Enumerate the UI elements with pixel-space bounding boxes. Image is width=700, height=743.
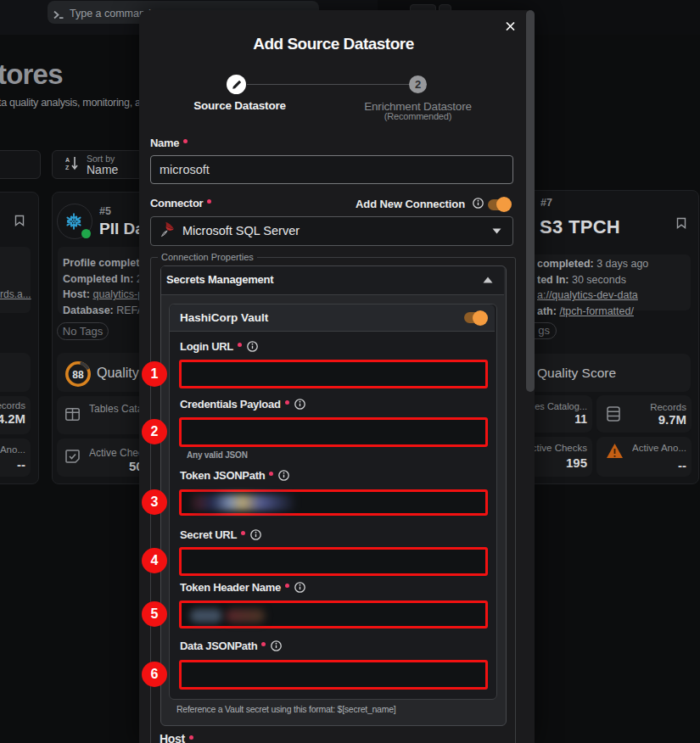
svg-text:88: 88 — [72, 369, 84, 381]
svg-text:Z: Z — [65, 165, 70, 170]
svg-text:A: A — [65, 157, 70, 163]
